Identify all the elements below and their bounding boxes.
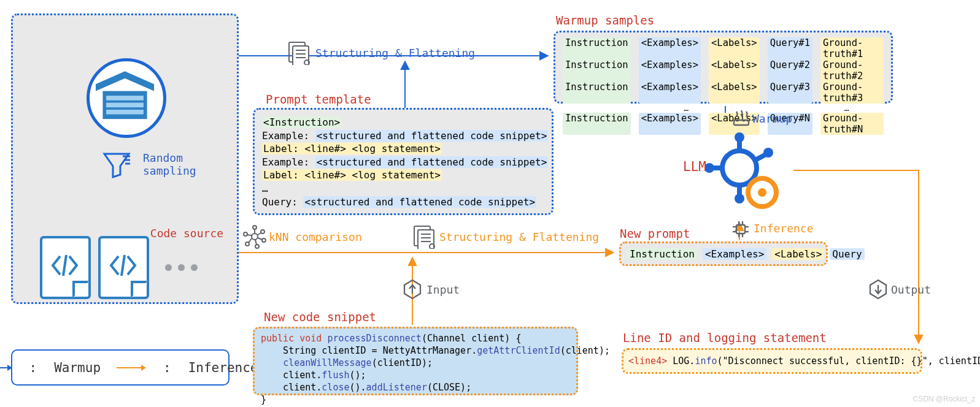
legend-warmup-arrow <box>0 363 12 372</box>
funnel-icon <box>102 150 131 180</box>
template-icon <box>412 224 437 251</box>
warmup-samples-title: Warmup samples <box>556 13 654 27</box>
svg-point-14 <box>735 132 744 142</box>
svg-rect-4 <box>106 110 144 115</box>
random-sampling-label: Randomsampling <box>143 151 196 177</box>
svg-line-41 <box>247 235 252 235</box>
svg-point-30 <box>253 226 257 229</box>
svg-rect-2 <box>106 96 144 101</box>
code-source-title: .Code source <box>144 227 223 240</box>
warmup-samples-box: Instruction<Examples><Labels>Query#1Grou… <box>554 31 893 104</box>
svg-rect-3 <box>106 103 144 108</box>
new-code-snippet-title: New code snippet <box>264 310 376 324</box>
pt-label-2: Label: <line#> <log statement> <box>262 169 544 182</box>
svg-point-20 <box>763 148 773 158</box>
svg-rect-50 <box>734 120 749 125</box>
ellipsis-icon <box>165 264 198 271</box>
svg-point-33 <box>255 245 259 248</box>
output-label: Output <box>891 283 931 296</box>
heat-icon <box>731 109 751 130</box>
llm-label: LLM <box>683 159 706 174</box>
pt-label-1: Label: <line#> <log statement> <box>262 142 544 156</box>
pt-example-1: Example: <structured and flattened code … <box>262 129 544 143</box>
svg-point-31 <box>261 230 264 234</box>
legend-inference-label: Inference <box>188 360 258 375</box>
ws-ellipsis: …… <box>563 104 884 113</box>
output-icon <box>868 279 889 302</box>
np-query: Query <box>830 248 864 260</box>
svg-point-22 <box>758 188 766 197</box>
pt-ellipsis: … <box>262 182 544 196</box>
template-icon <box>287 40 312 67</box>
warmup-label: Warmup <box>752 112 792 125</box>
structuring-flattening-label-bottom: Structuring & Flattening <box>439 230 599 243</box>
svg-line-39 <box>255 240 257 245</box>
table-row: Instruction<Examples><Labels>Query#2Grou… <box>563 59 884 82</box>
table-row: Instruction<Examples><Labels>Query#1Grou… <box>563 37 884 59</box>
np-examples: <Examples> <box>703 248 766 260</box>
new-prompt-title: New prompt <box>620 227 690 240</box>
pt-query: Query: <structured and flattened code sn… <box>262 196 544 209</box>
table-row: Instruction<Examples><Labels>Query#3Grou… <box>563 82 884 104</box>
code-source-panel: Randomsampling <box>11 13 239 304</box>
svg-point-18 <box>735 194 744 204</box>
svg-rect-51 <box>736 225 745 234</box>
table-row: Instruction<Examples><Labels>Query#NGrou… <box>563 113 884 135</box>
svg-point-32 <box>262 238 266 242</box>
svg-line-8 <box>63 255 66 276</box>
new-prompt-box: Instruction <Examples> <Labels> Query <box>619 242 828 266</box>
legend-inference-arrow <box>117 363 146 372</box>
svg-line-37 <box>258 233 261 235</box>
warehouse-icon <box>87 58 166 138</box>
svg-marker-0 <box>96 71 154 91</box>
input-label: Input <box>426 283 460 296</box>
svg-point-35 <box>244 232 247 236</box>
chip-icon <box>730 219 751 240</box>
svg-point-29 <box>252 234 258 240</box>
svg-rect-43 <box>418 230 434 249</box>
svg-point-16 <box>706 163 714 173</box>
output-title: Line ID and logging statement <box>623 331 827 344</box>
svg-line-40 <box>249 238 252 243</box>
input-icon <box>402 279 423 302</box>
hub-icon <box>706 132 792 221</box>
legend-warmup-label: Warmup <box>54 360 101 375</box>
pt-example-2: Example: <structured and flattened code … <box>262 156 544 169</box>
np-labels: <Labels> <box>772 248 824 260</box>
structuring-flattening-label-top: Structuring & Flattening <box>315 47 475 59</box>
inference-label: Inference <box>754 222 814 235</box>
diagram-canvas: Randomsampling .Code source :Warmup :Inf… <box>0 0 980 407</box>
code-file-icon <box>98 236 149 299</box>
code-cards-row <box>40 236 198 299</box>
legend-box: :Warmup :Inference <box>11 349 230 386</box>
code-file-icon <box>40 236 91 299</box>
np-instruction: Instruction <box>627 248 697 260</box>
watermark: CSDN @Rockict_z <box>912 395 975 403</box>
output-box: <line4> LOG.info("Disconnect successful,… <box>622 348 922 374</box>
network-icon <box>242 224 267 251</box>
svg-rect-24 <box>293 46 309 65</box>
prompt-template-title: Prompt template <box>266 93 371 106</box>
svg-line-9 <box>122 255 125 276</box>
prompt-template-box: <Instruction> Example: <structured and f… <box>253 108 554 215</box>
svg-line-38 <box>258 238 262 240</box>
knn-comparison-label: kNN comparison <box>269 230 362 243</box>
new-code-snippet-box: public void processDisconnect(Channel cl… <box>253 327 578 395</box>
pt-instruction: <Instruction> <box>262 116 544 129</box>
